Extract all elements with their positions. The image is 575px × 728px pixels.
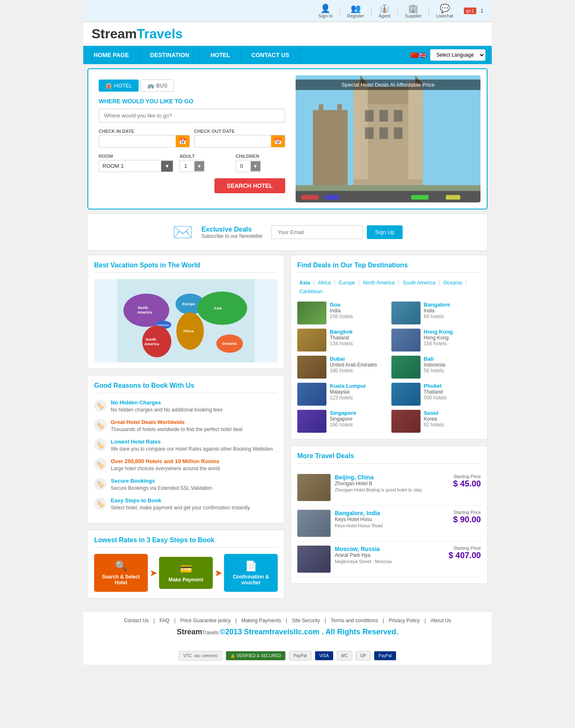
left-column: Best Vacation Spots in The World North A… [87,255,284,605]
destination-name[interactable]: Kuala Lumpur [330,383,366,389]
easy-steps-box: Lowest Rates in 3 Easy Steps to Book 🔍 S… [87,530,284,598]
destination-image [297,302,326,324]
destination-name[interactable]: Bangkok [330,329,353,335]
destination-country: Singapore [330,416,356,422]
step-search-icon: 🔍 [98,560,144,572]
hotel-tab-icon: 🏨 [105,82,112,89]
reason-item: 🏷️ Lowest Hotel Rates We dare you to com… [94,439,278,452]
livechat-button[interactable]: 💬 Livechat [436,3,453,18]
adult-stepper-icon[interactable]: ▼ [194,161,204,171]
svg-point-35 [197,292,247,325]
region-tab-north-america[interactable]: North America [361,279,397,287]
region-tab-asia[interactable]: Asia [297,279,312,287]
destination-name[interactable]: Bali [424,356,446,362]
footer-link-price-guarantee-policy[interactable]: Price Guarantee policy [180,618,231,623]
destination-hotel-count: 156 hotels [330,314,353,319]
deal-description: Keys Hotel Hosur Road [335,523,435,528]
step-search: 🔍 Search & Select Hotel [94,554,148,592]
footer-link-terms-and-conditions[interactable]: Terms and conditions [331,618,378,623]
region-tab-caribbean[interactable]: Caribbean [297,288,324,295]
destination-info: Bali Indonesia 56 hotels [424,356,446,374]
main-search-section: 🏨 HOTEL 🚌 BUS WHERE WOULD YOU LIKE TO GO… [87,68,488,209]
top-bar: 👤 Sign In | 👥 Register | 👔 Agent | 🏢 Sup… [83,0,492,22]
footer-link-privacy-policy[interactable]: Privacy Policy [388,618,420,623]
destination-info: Bangalore India 69 hotels [424,302,451,319]
navigation: HOME PAGE DESTINATION HOTEL CONTACT US 🇨… [83,46,492,64]
destination-name[interactable]: Singapore [330,410,356,416]
deal-price-block: Starting Price $ 45.00 [439,474,481,489]
two-column-section: Best Vacation Spots in The World North A… [87,255,488,605]
region-tab-europe[interactable]: Europe [337,279,357,287]
bus-tab[interactable]: 🚌 BUS [141,80,174,92]
agent-icon: 👔 [379,3,390,13]
vtc-badge: VTCABC VERIFIED [179,651,222,661]
reason-desc: Large hotel choices everywhere around th… [111,466,220,471]
nav-hotel[interactable]: HOTEL [200,46,241,64]
more-travel-deals-box: More Travel Deals Beijing, China Zhongan… [291,446,488,584]
step-payment-icon: 💳 [163,563,209,575]
agent-button[interactable]: 👔 Agent [378,3,391,18]
destination-name[interactable]: Dubai [330,356,377,362]
checkin-input[interactable]: 22-06-2014 [99,136,176,147]
nav-destination[interactable]: DESTINATION [140,46,200,64]
footer-link-contact-us[interactable]: Contact Us [124,618,149,623]
gplus-button[interactable]: g+1 [464,7,477,14]
svg-text:Asia: Asia [214,306,222,310]
destination-country: India [424,308,451,314]
children-stepper-icon[interactable]: ▼ [251,161,260,171]
region-tab-oceania[interactable]: Oceania [441,279,464,287]
nav-homepage[interactable]: HOME PAGE [83,46,140,64]
deal-price-value: $ 45.00 [439,479,481,489]
destination-name[interactable]: Bangalore [424,302,451,308]
checkout-input[interactable]: 23-06-2014 [194,136,271,147]
reason-text: Secure Bookings Secure Bookings via Exte… [111,478,212,491]
destination-hotel-count: 92 hotels [424,422,444,428]
destination-name[interactable]: Phuket [424,383,447,389]
register-button[interactable]: 👥 Register [347,3,364,18]
hotel-tab[interactable]: 🏨 HOTEL [99,80,139,92]
deal-info: Beijing, China Zhongan Hotel B Zhongan H… [335,474,435,492]
region-tab-south-america[interactable]: South America [401,279,437,287]
region-tab-africa[interactable]: Africa [316,279,333,287]
reason-title: Lowest Hotel Rates [111,439,273,445]
destination-info: Singapore Singapore 160 hotels [330,410,356,428]
checkout-calendar-icon[interactable]: 📅 [271,135,285,147]
newsletter-signup-button[interactable]: Sign Up [367,225,403,239]
destination-image [297,383,326,406]
reason-desc: Secure Bookings via Extended SSL Validat… [111,485,212,491]
logo[interactable]: StreamTravels [92,26,183,42]
destination-hotel-count: 180 hotels [330,368,377,374]
footer-link-site-security[interactable]: Site Security [292,618,320,623]
destination-name[interactable]: Goa [330,302,353,308]
visa-badge: VISA [315,651,334,661]
room-dropdown-icon[interactable]: ▼ [161,161,173,172]
nav-contact[interactable]: CONTACT US [241,46,300,64]
deal-price-value: $ 407.00 [439,551,481,560]
deal-city[interactable]: Beijing, China [335,474,435,481]
destination-input[interactable] [99,109,285,122]
register-icon: 👥 [351,3,361,13]
divider1: | [339,7,341,15]
footer-link-faq[interactable]: FAQ [159,618,169,623]
svg-rect-12 [394,110,403,122]
deal-image [297,474,331,501]
region-separator: | [398,279,399,287]
supplier-button[interactable]: 🏢 Supplier [405,3,422,18]
destination-name[interactable]: Hong Kong [424,329,453,335]
footer-link-about-us[interactable]: About Us [431,618,451,623]
language-select[interactable]: Select Language [430,49,485,61]
sign-in-button[interactable]: 👤 Sign In [319,3,333,18]
destination-name[interactable]: Seoul [424,410,444,416]
checkin-calendar-icon[interactable]: 📅 [176,135,189,147]
reason-title: Great Hotel Deals Worldwide [111,419,242,425]
deal-city[interactable]: Moscow, Russia [335,546,435,552]
step-arrow-1: ➤ [150,568,157,578]
reason-item: 🏷️ Easy Steps to Book Select hotel, make… [94,497,278,511]
deal-city[interactable]: Bangalore, India [335,510,435,516]
search-hotel-button[interactable]: SEARCH HOTEL [214,178,285,193]
reason-title: No Hidden Charges [111,399,223,406]
newsletter-email-input[interactable] [271,225,363,239]
adult-value: 1 [180,160,194,172]
destination-item: Bangalore India 69 hotels [391,302,481,324]
footer-link-making-payments[interactable]: Making Payments [241,618,281,623]
